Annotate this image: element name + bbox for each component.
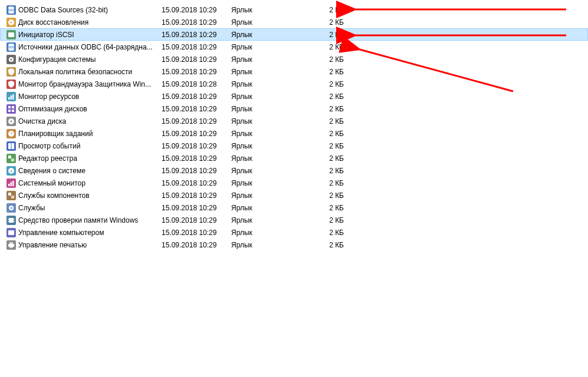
file-type: Ярлык bbox=[231, 154, 311, 163]
odbc-dsn-icon bbox=[6, 42, 16, 52]
iscsi-icon bbox=[6, 30, 16, 39]
svg-rect-21 bbox=[12, 94, 14, 100]
registry-editor-icon bbox=[6, 154, 16, 163]
svg-text:i: i bbox=[11, 168, 12, 174]
file-name: Монитор ресурсов bbox=[18, 92, 162, 101]
file-date: 15.09.2018 10:29 bbox=[162, 68, 231, 76]
file-row[interactable]: Средство проверки памяти Windows15.09.20… bbox=[0, 214, 588, 226]
svg-rect-23 bbox=[8, 106, 11, 108]
file-type: Ярлык bbox=[231, 241, 311, 249]
file-row[interactable]: Монитор ресурсов15.09.2018 10:29Ярлык2 К… bbox=[0, 90, 588, 102]
file-list[interactable]: ODBC Data Sources (32-bit)15.09.2018 10:… bbox=[0, 0, 588, 251]
svg-rect-64 bbox=[9, 246, 13, 248]
svg-rect-25 bbox=[8, 110, 11, 112]
file-size: 2 КБ bbox=[311, 191, 344, 200]
file-size: 2 КБ bbox=[311, 6, 344, 14]
file-size: 2 КБ bbox=[311, 179, 344, 187]
file-name: Планировщик заданий bbox=[18, 130, 162, 138]
file-type: Ярлык bbox=[231, 142, 311, 150]
file-date: 15.09.2018 10:29 bbox=[162, 179, 231, 187]
file-name: Управление печатью bbox=[18, 241, 162, 249]
file-name: Просмотр событий bbox=[18, 142, 162, 150]
file-name: Службы компонентов bbox=[18, 191, 162, 200]
file-row[interactable]: Управление печатью15.09.2018 10:29Ярлык2… bbox=[0, 239, 588, 251]
svg-rect-22 bbox=[6, 104, 16, 114]
file-size: 2 КБ bbox=[311, 92, 344, 101]
file-type: Ярлык bbox=[231, 105, 311, 113]
file-row[interactable]: Управление компьютером15.09.2018 10:29Яр… bbox=[0, 226, 588, 239]
file-size: 2 КБ bbox=[311, 80, 344, 88]
file-row[interactable]: iСведения о системе15.09.2018 10:29Ярлык… bbox=[0, 164, 588, 177]
file-row[interactable]: Монитор брандмауэра Защитника Win...15.0… bbox=[0, 78, 588, 90]
file-date: 15.09.2018 10:29 bbox=[162, 142, 231, 150]
file-date: 15.09.2018 10:29 bbox=[162, 92, 231, 101]
file-type: Ярлык bbox=[231, 167, 311, 175]
file-size: 2 КБ bbox=[311, 117, 344, 125]
file-row[interactable]: Системный монитор15.09.2018 10:29Ярлык2 … bbox=[0, 177, 588, 189]
print-mgmt-icon bbox=[6, 240, 16, 250]
svg-rect-63 bbox=[9, 242, 13, 244]
defrag-icon bbox=[6, 104, 16, 114]
file-type: Ярлык bbox=[231, 55, 311, 64]
file-size: 2 КБ bbox=[311, 68, 344, 76]
file-row[interactable]: Источники данных ODBC (64-разрядна...15.… bbox=[0, 41, 588, 53]
file-row[interactable]: ODBC Data Sources (32-bit)15.09.2018 10:… bbox=[0, 4, 588, 16]
file-name: Локальная политика безопасности bbox=[18, 68, 162, 76]
file-name: Средство проверки памяти Windows bbox=[18, 216, 162, 224]
file-row[interactable]: Очистка диска15.09.2018 10:29Ярлык2 КБ bbox=[0, 115, 588, 127]
file-type: Ярлык bbox=[231, 80, 311, 88]
file-date: 15.09.2018 10:29 bbox=[162, 167, 231, 175]
file-type: Ярлык bbox=[231, 179, 311, 187]
file-type: Ярлык bbox=[231, 229, 311, 237]
file-row[interactable]: Планировщик заданий15.09.2018 10:29Ярлык… bbox=[0, 127, 588, 140]
svg-point-12 bbox=[8, 48, 14, 51]
resource-monitor-icon bbox=[6, 92, 16, 101]
file-row[interactable]: Диск восстановления15.09.2018 10:29Ярлык… bbox=[0, 16, 588, 28]
file-size: 2 КБ bbox=[311, 241, 344, 249]
file-type: Ярлык bbox=[231, 204, 311, 212]
file-date: 15.09.2018 10:29 bbox=[162, 117, 231, 125]
file-name: Управление компьютером bbox=[18, 229, 162, 237]
file-row[interactable]: Службы15.09.2018 10:29Ярлык2 КБ bbox=[0, 201, 588, 214]
svg-rect-8 bbox=[8, 32, 14, 37]
file-name: Инициатор iSCSI bbox=[18, 31, 162, 39]
event-viewer-icon bbox=[6, 141, 16, 151]
file-size: 2 КБ bbox=[311, 167, 344, 175]
file-date: 15.09.2018 10:29 bbox=[162, 43, 231, 51]
svg-point-52 bbox=[11, 207, 12, 209]
file-size: 2 КБ bbox=[311, 105, 344, 113]
file-size: 2 КБ bbox=[311, 130, 344, 138]
file-row[interactable]: Оптимизация дисков15.09.2018 10:29Ярлык2… bbox=[0, 102, 588, 115]
file-row[interactable]: Инициатор iSCSI15.09.2018 10:29Ярлык2 КБ bbox=[0, 28, 588, 41]
file-type: Ярлык bbox=[231, 216, 311, 224]
file-date: 15.09.2018 10:29 bbox=[162, 55, 231, 64]
perfmon-icon bbox=[6, 178, 16, 188]
file-date: 15.09.2018 10:29 bbox=[162, 154, 231, 163]
file-type: Ярлык bbox=[231, 18, 311, 27]
file-row[interactable]: Службы компонентов15.09.2018 10:29Ярлык2… bbox=[0, 189, 588, 201]
file-row[interactable]: Конфигурация системы15.09.2018 10:29Ярлы… bbox=[0, 53, 588, 65]
file-date: 15.09.2018 10:29 bbox=[162, 216, 231, 224]
svg-rect-60 bbox=[8, 230, 14, 235]
file-type: Ярлык bbox=[231, 130, 311, 138]
svg-point-3 bbox=[8, 11, 14, 14]
file-type: Ярлык bbox=[231, 191, 311, 200]
local-security-icon bbox=[6, 67, 16, 77]
firewall-monitor-icon bbox=[6, 80, 16, 89]
svg-point-6 bbox=[11, 21, 12, 23]
file-row[interactable]: Редактор реестра15.09.2018 10:29Ярлык2 К… bbox=[0, 152, 588, 164]
file-size: 2 КБ bbox=[311, 142, 344, 150]
task-scheduler-icon bbox=[6, 129, 16, 138]
file-size: 2 КБ bbox=[311, 18, 344, 27]
file-name: Очистка диска bbox=[18, 117, 162, 125]
file-size: 2 КБ bbox=[311, 204, 344, 212]
file-name: Службы bbox=[18, 204, 162, 212]
file-row[interactable]: Локальная политика безопасности15.09.201… bbox=[0, 65, 588, 78]
file-size: 2 КБ bbox=[311, 43, 344, 51]
file-size: 2 КБ bbox=[311, 229, 344, 237]
file-row[interactable]: Просмотр событий15.09.2018 10:29Ярлык2 К… bbox=[0, 140, 588, 152]
svg-rect-48 bbox=[8, 193, 11, 196]
svg-rect-44 bbox=[8, 184, 10, 186]
file-date: 15.09.2018 10:29 bbox=[162, 130, 231, 138]
component-services-icon bbox=[6, 191, 16, 200]
